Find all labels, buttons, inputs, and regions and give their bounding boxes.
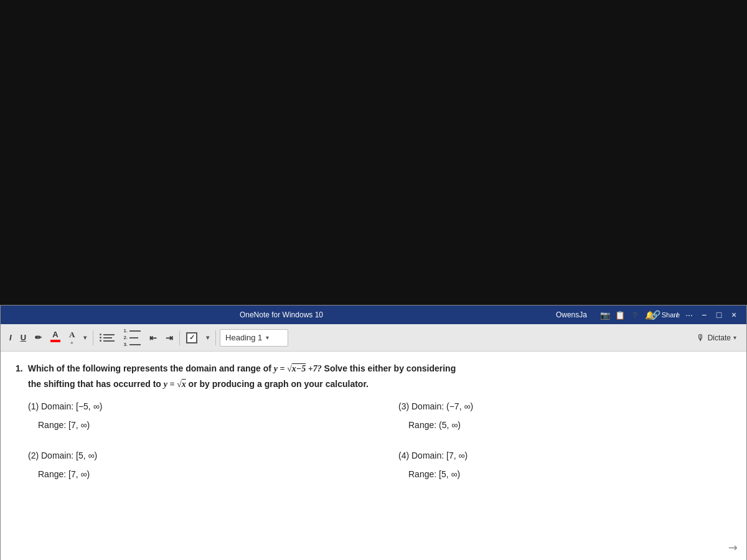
content-area[interactable]: 1. Which of the following represents the… [1, 352, 746, 560]
answer-2-domain-label: (2) Domain: [5, ∞) [28, 449, 361, 462]
font-style-letter: A [69, 330, 75, 340]
toolbar: I U ✏ A A ✦ ▾ [1, 324, 746, 352]
font-color-letter: A [52, 330, 58, 339]
underline-button[interactable]: U [17, 328, 30, 348]
heading-style-dropdown[interactable]: Heading 1 ▾ [220, 329, 288, 347]
indent-icon: ⇥ [166, 333, 173, 343]
toolbar-right-section: 🎙 Dictate ▾ [692, 328, 741, 348]
numbered-list-button[interactable]: 1. 2. 3. [120, 325, 144, 350]
question-number: 1. [16, 362, 23, 376]
spacer-2 [398, 437, 731, 444]
chevron-down-icon: ▾ [83, 334, 87, 341]
more-options-button[interactable]: ··· [683, 309, 695, 321]
close-button[interactable]: × [728, 309, 740, 321]
pen-icon: ✏ [35, 333, 42, 342]
separator-3 [215, 330, 216, 345]
answer-2-range: Range: [7, ∞) [28, 467, 361, 481]
pen-button[interactable]: ✏ [31, 328, 45, 348]
dictate-chevron-icon: ▾ [733, 334, 736, 341]
answers-grid: (1) Domain: [−5, ∞) (3) Domain: (−7, ∞) … [28, 399, 731, 482]
username: OwensJa [556, 310, 587, 319]
help-icon[interactable]: ? [629, 309, 641, 321]
checkbox-chevron-icon: ▾ [206, 334, 209, 341]
answer-4-range-label: Range: [5, ∞) [408, 467, 731, 481]
outdent-icon: ⇤ [149, 333, 157, 343]
outdent-button[interactable]: ⇤ [146, 328, 161, 348]
title-bar: OneNote for Windows 10 OwensJa 📷 📋 ? 🔔 🔗… [1, 306, 746, 324]
question-line-2: the shifting that has occurred to y = √x… [28, 377, 731, 391]
answer-2-domain: (2) Domain: [5, ∞) [28, 449, 361, 462]
share-title-button[interactable]: 🔗 Share [659, 309, 671, 321]
answer-3-range-label: Range: (5, ∞) [408, 418, 731, 432]
separator-2 [179, 330, 180, 345]
answer-1-domain: (1) Domain: [−5, ∞) [28, 399, 361, 413]
app-window: OneNote for Windows 10 OwensJa 📷 📋 ? 🔔 🔗… [0, 305, 747, 560]
clipboard-icon[interactable]: 📋 [614, 309, 626, 321]
question-text-main: Which of the following represents the do… [28, 362, 456, 376]
question-text-line2: the shifting that has occurred to y = √x… [28, 377, 369, 391]
minimize-button[interactable]: − [698, 309, 710, 321]
share-icon: 🔗 [650, 310, 660, 320]
formatting-buttons: I U ✏ A A ✦ ▾ [6, 325, 217, 350]
font-color-button[interactable]: A [47, 328, 64, 348]
answer-2-range-label: Range: [7, ∞) [38, 467, 361, 481]
restore-button[interactable]: □ [713, 309, 725, 321]
italic-button[interactable]: I [6, 328, 16, 348]
separator: / [676, 311, 678, 319]
microphone-icon: 🎙 [697, 333, 705, 343]
heading-style-label: Heading 1 [225, 333, 262, 342]
answer-3-domain-label: (3) Domain: (−7, ∞) [398, 399, 731, 413]
answer-4-domain-label: (4) Domain: [7, ∞) [398, 449, 731, 462]
spacer-1 [28, 437, 361, 444]
window-controls: OwensJa 📷 📋 ? 🔔 🔗 Share / ··· − □ × [556, 309, 740, 321]
checkbox-area: ✓ ▾ [182, 328, 213, 348]
separator-1 [93, 330, 93, 345]
answer-1-range-label: Range: [7, ∞) [38, 418, 361, 432]
font-dropdown-button[interactable]: ▾ [80, 328, 90, 348]
answer-4-domain: (4) Domain: [7, ∞) [398, 449, 731, 462]
answer-3-range: Range: (5, ∞) [398, 418, 731, 432]
dark-background [0, 0, 747, 305]
window-title: OneNote for Windows 10 [7, 310, 556, 319]
numbered-list-icon: 1. [123, 328, 141, 334]
answer-1-domain-label: (1) Domain: [−5, ∞) [28, 399, 361, 413]
equation-ref: y = √x [164, 380, 186, 389]
checkbox-dropdown[interactable]: ▾ [202, 328, 213, 348]
dictate-button[interactable]: 🎙 Dictate ▾ [692, 328, 741, 348]
answer-1-range: Range: [7, ∞) [28, 418, 361, 432]
question-line-1: 1. Which of the following represents the… [16, 362, 731, 376]
font-style-button[interactable]: A ✦ [65, 328, 78, 348]
equation-main: y = √x−5 +7? [274, 364, 322, 373]
answer-4-range: Range: [5, ∞) [398, 467, 731, 481]
checkbox-button[interactable]: ✓ [182, 328, 201, 348]
bullet-list-button[interactable] [96, 331, 118, 344]
heading-chevron-icon: ▾ [266, 334, 269, 341]
dictate-label: Dictate [708, 334, 731, 342]
checkbox-icon: ✓ [186, 332, 197, 343]
font-style-sub: ✦ [70, 340, 74, 346]
indent-button[interactable]: ⇥ [162, 328, 177, 348]
answer-3-domain: (3) Domain: (−7, ∞) [398, 399, 731, 413]
font-color-bar [50, 340, 60, 342]
camera-icon[interactable]: 📷 [599, 309, 611, 321]
bullet-list-icon [100, 334, 115, 335]
